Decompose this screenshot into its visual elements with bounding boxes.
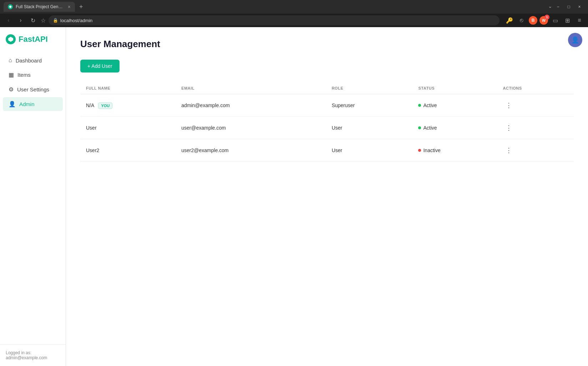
cell-actions-0: ⋮ (497, 94, 574, 117)
avatar-icon: 👤 (571, 36, 579, 44)
col-fullname: FULL NAME (80, 82, 176, 94)
dashboard-icon: ⌂ (9, 57, 12, 64)
new-tab-btn[interactable]: + (79, 3, 83, 11)
table-row: User2 user2@example.com User Inactive ⋮ (80, 139, 574, 162)
cell-actions-1: ⋮ (497, 117, 574, 139)
cell-status-0: Active (412, 94, 497, 117)
cell-name-1: User (80, 117, 176, 139)
sidebar-item-admin-label: Admin (19, 101, 35, 107)
extensions-icon[interactable]: ⊞ (562, 15, 572, 25)
col-role: ROLE (326, 82, 413, 94)
cell-name-0: N/A YOU (80, 94, 176, 117)
col-status: STATUS (412, 82, 497, 94)
tab-favicon (8, 4, 13, 9)
settings-icon: ⚙ (9, 86, 14, 93)
cell-actions-2: ⋮ (497, 139, 574, 162)
forward-btn[interactable]: › (16, 15, 26, 25)
col-email: EMAIL (176, 82, 326, 94)
status-dot-1 (418, 126, 421, 129)
status-label-1: Active (423, 125, 437, 131)
sidebar-toggle-icon[interactable]: ▭ (550, 15, 560, 25)
sidebar-item-items[interactable]: ▦ Items (3, 68, 63, 82)
table-header: FULL NAME EMAIL ROLE STATUS ACTIONS (80, 82, 574, 94)
actions-button-0[interactable]: ⋮ (503, 100, 516, 111)
cell-name-2: User2 (80, 139, 176, 162)
cell-status-1: Active (412, 117, 497, 139)
sidebar-item-items-label: Items (17, 72, 31, 78)
sidebar-item-admin[interactable]: 👤 Admin (3, 97, 63, 111)
add-user-button[interactable]: + Add User (80, 60, 120, 72)
brave-badge[interactable]: W 1 (539, 16, 548, 25)
cell-email-2: user2@example.com (176, 139, 326, 162)
window-controls: ⌄ − □ × (548, 3, 584, 10)
status-label-2: Inactive (423, 147, 440, 153)
brave-icon[interactable]: B (529, 16, 537, 25)
cell-role-1: User (326, 117, 413, 139)
user-name-1: User (86, 125, 97, 131)
sidebar-footer: Logged in as: admin@example.com (0, 344, 66, 366)
user-table: FULL NAME EMAIL ROLE STATUS ACTIONS N/A … (80, 82, 574, 162)
table-row: User user@example.com User Active ⋮ (80, 117, 574, 139)
menu-icon[interactable]: ≡ (574, 15, 584, 25)
close-btn[interactable]: × (574, 3, 584, 10)
sidebar-item-dashboard-label: Dashboard (16, 57, 42, 64)
minimize-btn[interactable]: − (553, 3, 563, 10)
cell-role-0: Superuser (326, 94, 413, 117)
back-btn[interactable]: ‹ (4, 15, 14, 25)
app-container: FastAPI ⌂ Dashboard ▦ Items ⚙ User Setti… (0, 27, 588, 366)
key-icon[interactable]: 🔑 (505, 15, 514, 25)
logged-in-email: admin@example.com (6, 355, 60, 360)
restore-btn[interactable]: □ (564, 3, 574, 10)
user-name-2: User2 (86, 147, 99, 153)
sidebar-nav: ⌂ Dashboard ▦ Items ⚙ User Settings 👤 Ad… (0, 50, 66, 344)
tab-menu-btn[interactable]: ⌄ (548, 3, 552, 10)
browser-titlebar: Full Stack Project Genera... × + ⌄ − □ × (0, 0, 588, 14)
browser-toolbar: ‹ › ↻ ☆ 🔒 localhost/admin 🔑 ⎋ B W 1 ▭ ⊞ … (0, 14, 588, 27)
notification-badge: 1 (544, 15, 549, 20)
bookmark-btn[interactable]: ☆ (41, 17, 46, 24)
cell-status-2: Inactive (412, 139, 497, 162)
sidebar-item-user-settings[interactable]: ⚙ User Settings (3, 82, 63, 96)
share-icon[interactable]: ⎋ (517, 15, 527, 25)
main-content: 👤 User Management + Add User FULL NAME E… (66, 27, 588, 366)
user-name-0: N/A (86, 102, 94, 108)
page-title: User Management (80, 39, 574, 50)
col-actions: ACTIONS (497, 82, 574, 94)
cell-role-2: User (326, 139, 413, 162)
actions-button-1[interactable]: ⋮ (503, 122, 516, 133)
address-text: localhost/admin (60, 18, 495, 23)
tab-close-btn[interactable]: × (68, 4, 71, 10)
status-label-0: Active (423, 102, 437, 108)
toolbar-actions: 🔑 ⎋ B W 1 ▭ ⊞ ≡ (505, 15, 584, 25)
lock-icon: 🔒 (53, 18, 58, 23)
status-dot-0 (418, 104, 421, 107)
actions-button-2[interactable]: ⋮ (503, 145, 516, 156)
sidebar-item-user-settings-label: User Settings (17, 86, 49, 92)
cell-email-0: admin@example.com (176, 94, 326, 117)
tab-title: Full Stack Project Genera... (16, 4, 65, 9)
cell-email-1: user@example.com (176, 117, 326, 139)
sidebar-logo: FastAPI (0, 27, 66, 50)
logged-in-label: Logged in as: (6, 350, 60, 355)
logo-icon (6, 34, 16, 44)
address-bar[interactable]: 🔒 localhost/admin (49, 15, 500, 25)
refresh-btn[interactable]: ↻ (28, 15, 38, 25)
items-icon: ▦ (9, 71, 14, 78)
user-avatar-corner[interactable]: 👤 (568, 33, 582, 47)
table-body: N/A YOU admin@example.com Superuser Acti… (80, 94, 574, 162)
browser-chrome: Full Stack Project Genera... × + ⌄ − □ ×… (0, 0, 588, 27)
sidebar-item-dashboard[interactable]: ⌂ Dashboard (3, 54, 63, 67)
table-row: N/A YOU admin@example.com Superuser Acti… (80, 94, 574, 117)
browser-tab[interactable]: Full Stack Project Genera... × (4, 2, 75, 12)
you-badge: YOU (98, 102, 112, 109)
admin-icon: 👤 (9, 101, 16, 107)
sidebar: FastAPI ⌂ Dashboard ▦ Items ⚙ User Setti… (0, 27, 66, 366)
status-dot-2 (418, 149, 421, 152)
logo-text: FastAPI (19, 35, 48, 44)
